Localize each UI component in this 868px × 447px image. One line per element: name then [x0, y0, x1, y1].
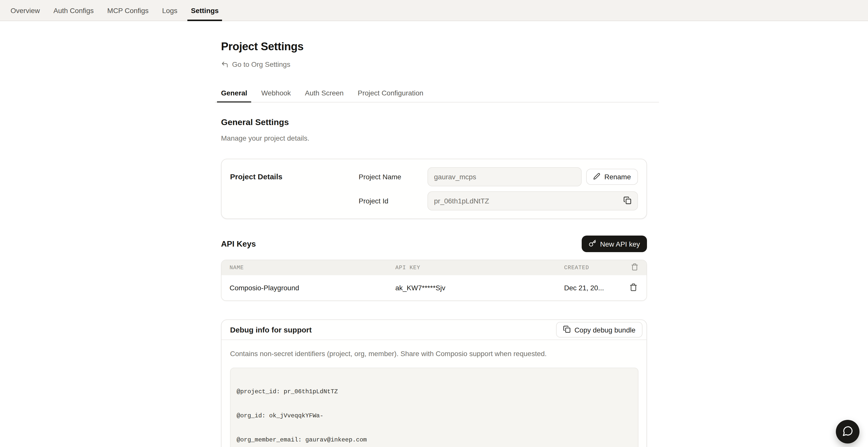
- api-key-actions-cell: [628, 282, 639, 293]
- subtab-general[interactable]: General: [217, 88, 251, 102]
- corner-up-left-icon: [221, 61, 228, 68]
- debug-line-org-member-email: @org_member_email: gaurav@inkeep.com: [237, 436, 632, 444]
- copy-icon: [623, 196, 631, 206]
- project-id-input-wrap: [428, 191, 638, 211]
- debug-card-title: Debug info for support: [230, 325, 312, 334]
- rename-button[interactable]: Rename: [586, 169, 638, 185]
- copy-project-id-button[interactable]: [621, 195, 633, 207]
- api-key-name-cell: Composio-Playground: [229, 284, 395, 292]
- general-settings-heading: General Settings: [221, 117, 647, 128]
- chat-fab-button[interactable]: [836, 420, 860, 444]
- top-nav: Overview Auth Configs MCP Configs Logs S…: [0, 0, 868, 21]
- project-name-label: Project Name: [359, 173, 428, 181]
- settings-subtabs: General Webhook Auth Screen Project Conf…: [215, 88, 659, 102]
- copy-icon: [563, 325, 570, 334]
- general-settings-subtitle: Manage your project details.: [221, 134, 647, 143]
- project-details-fields: Project Name Rename Project Id: [359, 167, 638, 211]
- api-keys-heading: API Keys: [221, 239, 256, 248]
- api-keys-header: API Keys New API key: [221, 235, 647, 252]
- delete-api-key-button[interactable]: [628, 282, 639, 293]
- api-keys-table: NAME API KEY CREATED Composio-Playground…: [221, 260, 647, 301]
- debug-card-body: Contains non-secret identifiers (project…: [221, 340, 647, 447]
- project-details-card: Project Details Project Name Rename Proj…: [221, 159, 647, 219]
- main-content: Project Settings Go to Org Settings Gene…: [221, 21, 647, 447]
- copy-debug-bundle-button[interactable]: Copy debug bundle: [556, 322, 643, 338]
- new-api-key-label: New API key: [600, 240, 640, 248]
- subtab-webhook[interactable]: Webhook: [257, 88, 295, 102]
- project-name-input[interactable]: [428, 167, 582, 186]
- app-viewport: Overview Auth Configs MCP Configs Logs S…: [0, 0, 868, 447]
- nav-tab-settings[interactable]: Settings: [187, 0, 222, 21]
- chat-bubble-icon: [842, 425, 853, 438]
- subtab-auth-screen[interactable]: Auth Screen: [301, 88, 348, 102]
- copy-debug-bundle-label: Copy debug bundle: [575, 326, 636, 334]
- nav-tab-auth-configs[interactable]: Auth Configs: [50, 0, 97, 21]
- project-id-row: Project Id: [359, 191, 638, 211]
- project-details-title: Project Details: [230, 167, 359, 211]
- key-icon: [588, 239, 596, 248]
- trash-icon: [631, 263, 639, 272]
- api-key-created-cell: Dec 21, 20...: [564, 284, 618, 292]
- project-name-row: Project Name Rename: [359, 167, 638, 186]
- nav-tab-overview[interactable]: Overview: [7, 0, 43, 21]
- nav-tab-logs[interactable]: Logs: [159, 0, 181, 21]
- debug-line-project-id: @project_id: pr_06th1pLdNtTZ: [237, 388, 632, 396]
- back-link-label: Go to Org Settings: [232, 60, 290, 69]
- debug-description: Contains non-secret identifiers (project…: [230, 349, 639, 359]
- debug-bundle-code-block: @project_id: pr_06th1pLdNtTZ @org_id: ok…: [230, 368, 639, 447]
- column-header-created: CREATED: [564, 265, 618, 271]
- project-id-label: Project Id: [359, 197, 428, 205]
- column-header-actions: [631, 263, 639, 272]
- rename-button-label: Rename: [604, 173, 631, 181]
- debug-line-org-id: @org_id: ok_jVveqqkYFWa-: [237, 412, 632, 420]
- nav-tab-mcp-configs[interactable]: MCP Configs: [104, 0, 152, 21]
- subtab-project-configuration[interactable]: Project Configuration: [353, 88, 428, 102]
- api-key-value-cell: ak_KW7*****Sjv: [395, 284, 564, 292]
- column-header-name: NAME: [229, 265, 395, 271]
- debug-card-header: Debug info for support Copy debug bundle: [221, 320, 647, 340]
- new-api-key-button[interactable]: New API key: [582, 235, 647, 252]
- trash-icon: [629, 283, 638, 293]
- api-keys-table-header: NAME API KEY CREATED: [221, 260, 647, 275]
- api-key-table-row: Composio-Playground ak_KW7*****Sjv Dec 2…: [221, 275, 647, 300]
- page-title: Project Settings: [221, 40, 647, 53]
- column-header-api-key: API KEY: [395, 265, 564, 271]
- project-id-input[interactable]: [428, 191, 638, 211]
- pencil-icon: [593, 172, 600, 181]
- go-to-org-settings-link[interactable]: Go to Org Settings: [221, 60, 290, 69]
- debug-info-card: Debug info for support Copy debug bundle…: [221, 319, 647, 447]
